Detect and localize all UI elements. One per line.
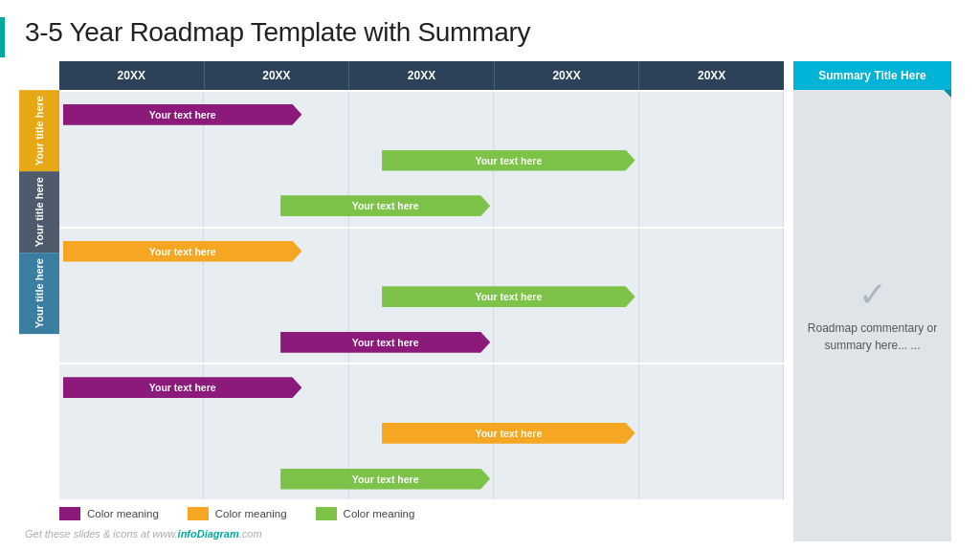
- summary-body: ✓ Roadmap commentary or summary here... …: [793, 90, 951, 541]
- gantt-bar: Your text here: [63, 377, 301, 398]
- row-labels: Your title hereYour title hereYour title…: [19, 90, 59, 499]
- year-header: 20XX: [639, 61, 784, 90]
- legend-color-box: [188, 507, 209, 520]
- gantt-bar: Your text here: [280, 469, 490, 490]
- grid-cell-2-4: [639, 364, 784, 499]
- row-label-0: Your title here: [19, 90, 59, 171]
- grid-row-1: Your text hereYour text hereYour text he…: [59, 227, 784, 364]
- summary-title: Summary Title Here: [793, 61, 951, 90]
- gantt-bar: Your text here: [382, 286, 635, 307]
- legend-label: Color meaning: [344, 508, 415, 519]
- grid-table: 20XX20XX20XX20XX20XX Your text hereYour …: [59, 61, 784, 499]
- gantt-bar: Your text here: [63, 104, 301, 125]
- legend-item: Color meaning: [188, 507, 287, 520]
- gantt-bar: Your text here: [63, 241, 301, 262]
- table-wrapper: Your title hereYour title hereYour title…: [19, 61, 784, 499]
- main-content: Your title hereYour title hereYour title…: [19, 61, 951, 541]
- legend: Color meaningColor meaningColor meaning: [19, 499, 784, 524]
- year-header: 20XX: [205, 61, 350, 90]
- left-accent: [0, 17, 5, 57]
- year-header: 20XX: [495, 61, 640, 90]
- legend-color-box: [59, 507, 80, 520]
- legend-item: Color meaning: [316, 507, 415, 520]
- legend-label: Color meaning: [215, 508, 287, 519]
- footer: Get these slides & icons at www.infoDiag…: [19, 524, 784, 541]
- grid-body: Your text hereYour text hereYour text he…: [59, 90, 784, 499]
- gantt-bar: Your text here: [382, 150, 635, 171]
- row-label-2: Your title here: [19, 253, 59, 334]
- legend-label: Color meaning: [87, 508, 159, 519]
- gantt-bar: Your text here: [280, 195, 490, 216]
- grid-row-0: Your text hereYour text hereYour text he…: [59, 90, 784, 227]
- year-header: 20XX: [59, 61, 205, 90]
- gantt-bar: Your text here: [382, 423, 635, 444]
- check-icon: ✓: [858, 277, 887, 312]
- grid-header: 20XX20XX20XX20XX20XX: [59, 61, 784, 90]
- gantt-bar: Your text here: [280, 332, 490, 353]
- summary-commentary: Roadmap commentary or summary here... ..…: [805, 320, 940, 354]
- legend-color-box: [316, 507, 337, 520]
- summary-panel: Summary Title Here ✓ Roadmap commentary …: [793, 61, 951, 541]
- grid-cell-0-4: [639, 92, 784, 227]
- grid-cell-1-4: [639, 229, 784, 364]
- page-title: 3-5 Year Roadmap Template with Summary: [19, 17, 951, 48]
- row-label-1: Your title here: [19, 171, 59, 253]
- page: 3-5 Year Roadmap Template with Summary Y…: [0, 0, 980, 551]
- roadmap-area: Your title hereYour title hereYour title…: [19, 61, 784, 541]
- grid-row-2: Your text hereYour text hereYour text he…: [59, 363, 784, 499]
- year-header: 20XX: [349, 61, 495, 90]
- legend-item: Color meaning: [59, 507, 159, 520]
